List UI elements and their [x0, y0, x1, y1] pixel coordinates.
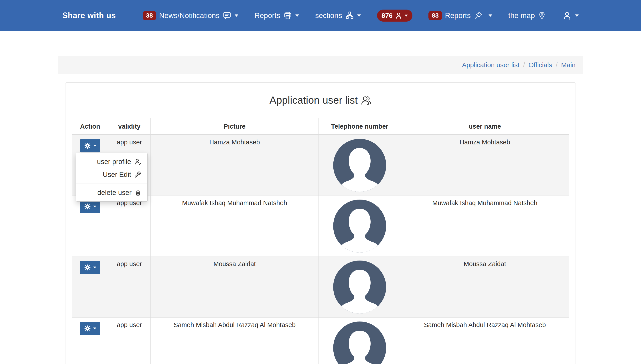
- menu-item-label: user profile: [97, 158, 131, 166]
- menu-item-label: User Edit: [103, 171, 131, 179]
- news-count-badge: 38: [143, 11, 156, 20]
- header-telephone: Telephone number: [318, 118, 401, 135]
- picture-name-cell: Hamza Mohtaseb: [151, 135, 318, 196]
- caret-down-icon: [93, 205, 96, 208]
- telephone-cell: [318, 135, 401, 196]
- picture-name-cell: Muwafak Ishaq Muhammad Natsheh: [151, 196, 318, 257]
- menu-divider: [76, 184, 147, 184]
- header-username: user name: [401, 118, 569, 135]
- nav-reports-label: Reports: [254, 11, 280, 20]
- user-list-panel: Application user list Action validity Pi…: [65, 82, 576, 364]
- header-picture: Picture: [151, 118, 318, 135]
- username-cell: Muwafak Ishaq Muhammad Natsheh: [401, 196, 569, 257]
- picture-name-cell: Sameh Misbah Abdul Razzaq Al Mohtaseb: [151, 318, 318, 364]
- row-actions-button[interactable]: [80, 261, 100, 274]
- users-icon: [360, 94, 372, 106]
- menu-item-user-profile[interactable]: user profile: [76, 155, 147, 168]
- nav-reports-pin[interactable]: 83 Reports: [428, 11, 492, 20]
- validity-cell: app user: [108, 318, 151, 364]
- user-icon: [562, 11, 572, 20]
- nav-sections[interactable]: sections: [315, 11, 361, 20]
- username-cell: Moussa Zaidat: [401, 257, 569, 318]
- avatar: [333, 321, 386, 364]
- caret-down-icon: [234, 14, 238, 17]
- comment-icon: [222, 11, 232, 20]
- gear-icon: [84, 324, 91, 332]
- row-actions-menu: user profile User Edit: [76, 153, 148, 202]
- action-cell: [72, 196, 108, 257]
- caret-down-icon: [295, 14, 299, 17]
- brand-title[interactable]: Share with us: [62, 11, 116, 20]
- nav-the-map[interactable]: the map: [508, 11, 546, 20]
- table-row: app user Muwafak Ishaq Muhammad Natsheh …: [72, 196, 569, 257]
- page-title: Application user list: [72, 94, 569, 106]
- user-check-icon: [134, 158, 142, 166]
- caret-down-icon: [405, 14, 408, 17]
- picture-name-cell: Moussa Zaidat: [151, 257, 318, 318]
- nav-sections-label: sections: [315, 11, 342, 20]
- users-count-badge: 876: [377, 10, 412, 22]
- avatar: [333, 138, 386, 192]
- nav-map-label: the map: [508, 11, 535, 20]
- menu-item-delete-user[interactable]: delete user: [76, 186, 147, 199]
- validity-cell: app user: [108, 257, 151, 318]
- avatar: [333, 260, 386, 314]
- users-count-value: 876: [382, 12, 392, 19]
- user-icon: [395, 12, 402, 19]
- telephone-cell: [318, 196, 401, 257]
- nav-reports-pin-label: Reports: [445, 11, 471, 20]
- row-actions-button[interactable]: [80, 200, 100, 213]
- breadcrumb-officials[interactable]: Officials: [528, 61, 552, 69]
- username-cell: Sameh Misbah Abdul Razzaq Al Mohtaseb: [401, 318, 569, 364]
- header-action: Action: [72, 118, 108, 135]
- caret-down-icon: [575, 14, 579, 17]
- action-cell: [72, 257, 108, 318]
- gear-icon: [84, 203, 91, 210]
- caret-down-icon: [357, 14, 361, 17]
- table-row: app user Moussa Zaidat Moussa Zaidat: [72, 257, 569, 318]
- breadcrumb-separator: /: [523, 61, 525, 69]
- menu-item-label: delete user: [98, 189, 132, 197]
- caret-down-icon: [488, 14, 492, 17]
- row-actions-button[interactable]: [80, 322, 100, 335]
- breadcrumb-application-user-list[interactable]: Application user list: [462, 61, 520, 69]
- row-actions-button[interactable]: [80, 139, 100, 152]
- caret-down-icon: [93, 327, 96, 330]
- menu-item-user-edit[interactable]: User Edit: [76, 168, 147, 181]
- nav-reports-print[interactable]: Reports: [254, 11, 299, 20]
- validity-cell: app user: [108, 196, 151, 257]
- header-validity: validity: [108, 118, 151, 135]
- nav-user-menu[interactable]: [562, 11, 579, 20]
- action-cell: [72, 318, 108, 364]
- navbar: Share with us 38 News/Notifications Repo…: [0, 0, 641, 31]
- table-row: app user Sameh Misbah Abdul Razzaq Al Mo…: [72, 318, 569, 364]
- table-header-row: Action validity Picture Telephone number…: [72, 118, 569, 135]
- page-title-text: Application user list: [270, 94, 358, 106]
- breadcrumb-main[interactable]: Main: [561, 61, 576, 69]
- pinned-reports-badge: 83: [428, 11, 442, 20]
- caret-down-icon: [93, 266, 96, 268]
- nav-news-notifications[interactable]: 38 News/Notifications: [143, 11, 238, 20]
- nav-news-label: News/Notifications: [159, 11, 220, 20]
- gear-icon: [84, 142, 91, 150]
- user-table: Action validity Picture Telephone number…: [72, 118, 569, 364]
- nav-users-count[interactable]: 876: [377, 10, 412, 22]
- pushpin-icon: [474, 11, 482, 20]
- wrench-icon: [134, 171, 142, 178]
- action-cell: user profile User Edit: [72, 135, 108, 196]
- breadcrumb: Application user list / Officials / Main: [58, 56, 583, 74]
- breadcrumb-separator: /: [556, 61, 558, 69]
- sitemap-icon: [345, 11, 354, 20]
- map-marker-icon: [538, 11, 546, 20]
- printer-icon: [283, 11, 292, 20]
- trash-icon: [134, 189, 142, 196]
- avatar: [333, 199, 386, 253]
- gear-icon: [84, 264, 91, 271]
- telephone-cell: [318, 318, 401, 364]
- nav-items: 38 News/Notifications Reports sections: [143, 10, 579, 22]
- username-cell: Hamza Mohtaseb: [401, 135, 569, 196]
- table-row: user profile User Edit: [72, 135, 569, 196]
- telephone-cell: [318, 257, 401, 318]
- caret-down-icon: [93, 144, 96, 147]
